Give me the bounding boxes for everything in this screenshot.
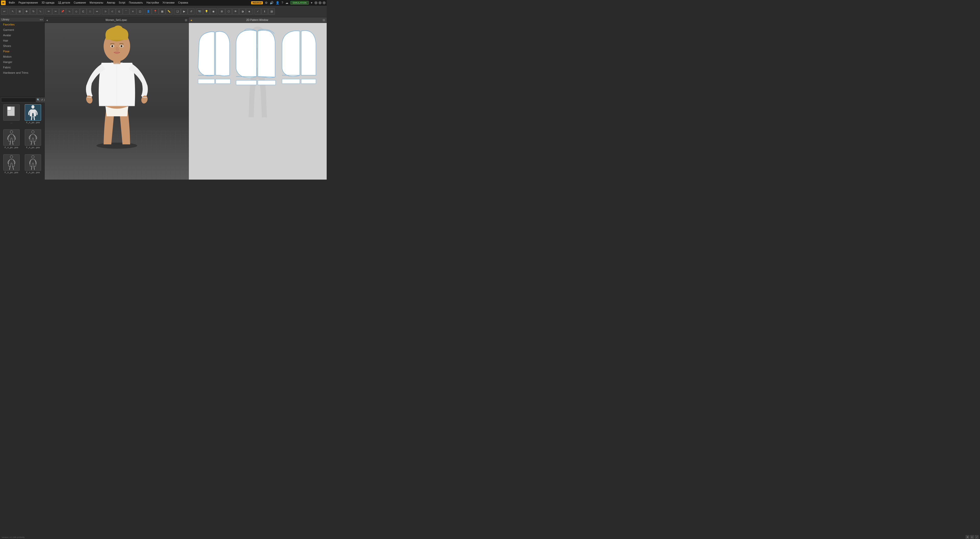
sidebar-item-hair[interactable]: Hair [0,38,45,43]
sidebar-item-fabric[interactable]: Fabric [0,65,45,70]
list-item[interactable]: F_A_po...pos [23,129,44,154]
search-input[interactable] [1,98,36,102]
pattern-piece-hem-6[interactable] [301,79,316,84]
simulation-button[interactable]: SIMULATION [290,1,309,5]
toolbar-seam[interactable]: ⊏ [80,8,86,15]
menu-sewing[interactable]: Сшивание [72,1,88,5]
2d-expand-icon[interactable]: ⊞ [323,18,325,22]
toolbar-arrange[interactable]: ❏ [174,8,181,15]
menu-install[interactable]: Установки [161,1,176,5]
toolbar-avatar-edit[interactable]: 👤 [145,8,151,15]
pattern-piece-2a[interactable] [236,29,256,78]
maximize-button[interactable]: □ [318,1,321,4]
menu-file[interactable]: Файл [7,1,17,5]
toolbar-sew[interactable]: ⊃ [102,8,109,15]
list-item[interactable]: F_A_po...pos [23,154,44,178]
search-button[interactable]: 🔍 [37,98,40,102]
toolbar-check[interactable]: ✓ [255,8,261,15]
toolbar-camera[interactable]: 📷 [196,8,203,15]
pattern-piece-hem-2[interactable] [216,79,231,84]
toolbar-stress[interactable]: ▤ [268,8,275,15]
library-expand-icon[interactable]: ◂ ▸ [40,18,43,21]
toolbar-scale[interactable]: ⤡ [37,8,44,15]
pattern-piece-2b[interactable] [258,29,275,78]
3d-scene[interactable] [45,17,189,180]
toolbar-render[interactable]: ◉ [210,8,217,15]
toolbar-select[interactable]: ↖ [10,8,16,15]
menu-3d[interactable]: 3D одежда [40,1,56,5]
sidebar-item-motion[interactable]: Motion [0,54,45,59]
pattern-scene[interactable] [189,23,327,180]
toolbar-internal[interactable]: ◫ [137,8,143,15]
toolbar-edit-curve[interactable]: ∿ [66,8,73,15]
toolbar-transform[interactable]: ⊞ [16,8,23,15]
pattern-piece-hem-5[interactable] [282,79,300,84]
thumbnail-pose-outline4[interactable] [25,154,41,171]
toolbar-reset[interactable]: ↺ [188,8,194,15]
menu-avatar[interactable]: Аватар [105,1,117,5]
toolbar-draw[interactable]: ✏ [45,8,52,15]
toolbar-trace[interactable]: □ [87,8,94,15]
toolbar-grid[interactable]: ⊞ [218,8,225,15]
thumbnail-page[interactable] [3,104,20,121]
settings-icon[interactable]: ⚙ [265,1,268,5]
sidebar-item-avatar[interactable]: Avatar [0,33,45,38]
close-button[interactable]: × [323,1,326,4]
menu-materials[interactable]: Материалы [88,1,105,5]
3d-viewport[interactable]: ◂ Women_Set1.zpac ⊞ [45,17,189,180]
minimize-button[interactable]: ─ [314,1,318,4]
menu-script[interactable]: Script [117,1,127,5]
list-item[interactable]: F_A_po...pos [23,104,44,129]
user-icon[interactable]: 👤 [275,1,280,5]
thumbnail-pose-outline1[interactable] [3,129,20,146]
sidebar-item-shoes[interactable]: Shoes [0,43,45,49]
pattern-piece-hem-4[interactable] [258,80,275,85]
toolbar-undo[interactable]: ↩ [1,8,8,15]
toolbar-sew2[interactable]: ⊂ [109,8,116,15]
toolbar-dart[interactable]: ◇ [73,8,80,15]
speaker-icon[interactable]: 🔊 [270,1,274,5]
thumbnail-pose-white[interactable] [25,104,41,121]
toolbar-cut[interactable]: ✂ [52,8,59,15]
toolbar-rotate[interactable]: ↻ [30,8,37,15]
3d-expand-icon[interactable]: ⊞ [185,18,187,22]
toolbar-fold[interactable]: ≡ [130,8,136,15]
list-item[interactable]: F_A_po...pos [1,129,22,154]
sidebar-item-garment[interactable]: Garment [0,27,45,33]
toolbar-x-ray[interactable]: ◈ [246,8,253,15]
sidebar-item-favorites[interactable]: Favorites [0,22,45,27]
list-item[interactable]: ... [1,104,22,129]
pattern-piece-1b[interactable] [216,31,230,76]
toolbar-sew3[interactable]: ⊆ [116,8,123,15]
toolbar-simulate[interactable]: ▶ [181,8,188,15]
list-item[interactable]: F_A_po...pos [1,154,22,178]
pattern-piece-1a[interactable] [198,32,215,76]
toolbar-pin[interactable]: 📌 [59,8,66,15]
toolbar-show-all[interactable]: 👁 [232,8,239,15]
toolbar-info[interactable]: ℹ [261,8,268,15]
pattern-piece-3b[interactable] [301,30,316,75]
refresh-button[interactable]: ↺ [41,98,43,102]
menu-settings[interactable]: Настройки [145,1,161,5]
sidebar-item-hardware[interactable]: Hardware and Trims [0,70,45,76]
pattern-piece-3a[interactable] [282,31,300,76]
toolbar-avatar-pin[interactable]: 📍 [152,8,159,15]
help-icon[interactable]: ? [282,1,283,5]
toolbar-wire[interactable]: ⬡ [225,8,232,15]
sidebar-item-pose[interactable]: Pose [0,49,45,54]
menu-show[interactable]: Показывать [127,1,145,5]
toolbar-hide[interactable]: ◑ [239,8,246,15]
thumbnail-pose-outline2[interactable] [25,129,41,146]
dropdown-icon[interactable]: ▾ [311,1,312,5]
thumbnail-pose-outline3[interactable] [3,154,20,171]
toolbar-move[interactable]: ✥ [23,8,30,15]
sidebar-item-hanger[interactable]: Hanger [0,59,45,65]
menu-edit[interactable]: Редактирование [17,1,40,5]
2d-pattern-window[interactable]: ◂ 2D Pattern Window ⊞ [189,17,327,180]
pattern-piece-hem-3[interactable] [236,80,256,85]
toolbar-fabric[interactable]: ▦ [159,8,165,15]
cloud-icon[interactable]: ☁ [285,1,288,5]
menu-2d[interactable]: 2Д детали [56,1,72,5]
toolbar-topstitch[interactable]: ⌒ [123,8,129,15]
menu-help[interactable]: Справка [177,1,189,5]
